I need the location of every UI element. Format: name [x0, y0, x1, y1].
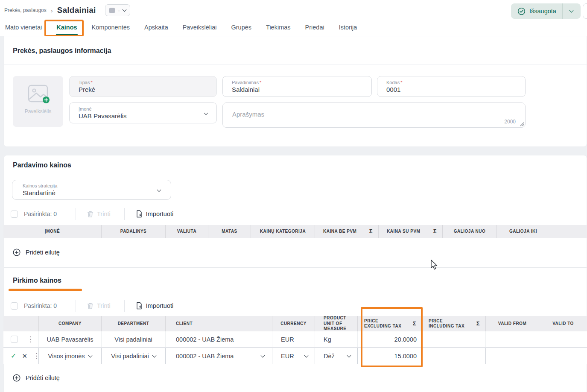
save-button[interactable]: Išsaugota	[511, 3, 581, 19]
col-client[interactable]: CLIENT	[165, 316, 272, 331]
sigma-icon[interactable]: Σ	[369, 228, 373, 235]
resize-handle-icon[interactable]	[520, 122, 524, 126]
tab-grupes[interactable]: Grupės	[231, 21, 253, 35]
purchase-add-row-label: Pridėti eilutę	[26, 374, 60, 381]
col-company[interactable]: COMPANY	[38, 316, 101, 331]
description-textarea[interactable]: Aprašymas 2000	[222, 102, 526, 128]
cell-unit[interactable]: Kg	[315, 331, 357, 347]
cell-valid-to[interactable]	[539, 331, 587, 347]
description-placeholder: Aprašymas	[232, 111, 264, 118]
image-icon	[26, 84, 50, 104]
chevron-down-icon	[347, 353, 351, 357]
import-button[interactable]: Importuoti	[136, 210, 173, 218]
col-department[interactable]: DEPARTMENT	[101, 316, 165, 331]
cell-client-value: 000002 - UAB Žiema	[176, 353, 234, 360]
import-file-icon	[136, 302, 142, 310]
confirm-icon[interactable]: ✓	[11, 352, 16, 360]
mouse-cursor	[430, 260, 440, 271]
selected-count-label: Pasirinkta: 0	[24, 302, 57, 309]
breadcrumb-parent-link[interactable]: Prekės, paslaugos	[4, 7, 47, 13]
col-price-including-tax[interactable]: PRICE INCLUDING TAX Σ	[422, 316, 485, 331]
type-field-label: Tipas	[79, 80, 90, 85]
chevron-down-icon	[88, 353, 93, 357]
col-product-unit[interactable]: PRODUCT UNIT OF MEASURE	[315, 316, 357, 331]
color-swatch-icon	[109, 8, 115, 13]
cell-department-select[interactable]: Visi padaliniai	[101, 348, 165, 364]
price-strategy-label: Kainos strategija	[23, 183, 161, 188]
col-imone[interactable]: ĮMONĖ	[3, 225, 101, 238]
table-row-editing: ✓ ✕ ⋮ Visos įmonės Visi padaliniai 00000…	[3, 348, 587, 364]
col-galioja-nuo[interactable]: GALIOJA NUO	[442, 225, 496, 238]
char-counter: 2000	[504, 119, 516, 125]
sales-add-row-button[interactable]: Pridėti eilutę	[13, 249, 60, 256]
col-select	[3, 316, 38, 331]
import-button-label: Importuoti	[146, 211, 173, 217]
tab-paveiksleliai[interactable]: Paveikslėliai	[182, 21, 218, 35]
image-placeholder-label: Paveikslėlis	[13, 108, 63, 114]
delete-button[interactable]: Trinti	[87, 211, 111, 218]
plus-circle-icon	[13, 249, 20, 256]
tab-apskaita[interactable]: Apskaita	[143, 21, 169, 35]
cell-department-value: Visi padaliniai	[111, 353, 149, 360]
cell-department[interactable]: Visi padaliniai	[101, 331, 165, 347]
delete-button[interactable]: Trinti	[87, 302, 111, 310]
col-galioja-iki[interactable]: GALIOJA IKI	[496, 225, 549, 238]
price-strategy-select[interactable]: Kainos strategija Standartinė	[12, 180, 171, 200]
cancel-icon[interactable]: ✕	[22, 352, 27, 360]
col-valiuta[interactable]: VALIUTA	[165, 225, 208, 238]
type-field-value: Prekė	[79, 86, 207, 93]
col-kaina-su-pvm[interactable]: KAINA SU PVM Σ	[378, 225, 442, 238]
row-menu-icon[interactable]: ⋮	[27, 336, 34, 343]
image-upload-placeholder[interactable]: Paveikslėlis	[13, 76, 63, 127]
cell-price-including-tax[interactable]	[422, 331, 485, 347]
variant-dropdown[interactable]: -	[105, 4, 130, 16]
clipped-edge-button[interactable]	[583, 3, 587, 19]
col-kainu-kategorija[interactable]: KAINŲ KATEGORIJA	[251, 225, 315, 238]
name-field[interactable]: Pavadinimas* Saldainiai	[222, 76, 372, 97]
tab-priedai[interactable]: Priedai	[304, 21, 325, 35]
cell-client-select[interactable]: 000002 - UAB Žiema	[165, 348, 272, 364]
sigma-icon[interactable]: Σ	[433, 228, 437, 235]
cell-unit-select[interactable]: Dėž	[315, 348, 357, 364]
product-info-divider	[4, 64, 587, 64]
company-select[interactable]: Įmonė UAB Pavasarėlis	[69, 102, 217, 123]
cell-company-select[interactable]: Visos įmonės	[38, 348, 101, 364]
cell-company[interactable]: UAB Pavasarėlis	[38, 331, 101, 347]
row-checkbox[interactable]	[11, 336, 18, 343]
cell-valid-from-input[interactable]	[485, 348, 539, 364]
cell-currency-select[interactable]: EUR	[272, 348, 315, 364]
col-currency[interactable]: CURRENCY	[272, 316, 315, 331]
tab-komponentes[interactable]: Komponentės	[91, 21, 131, 35]
cell-price-including-tax-input[interactable]	[422, 348, 485, 364]
cell-client[interactable]: 000002 - UAB Žiema	[165, 331, 272, 347]
cell-company-value: Visos įmonės	[48, 353, 85, 360]
import-button[interactable]: Importuoti	[136, 302, 173, 310]
chevron-down-icon	[569, 9, 574, 13]
sigma-icon[interactable]: Σ	[476, 320, 480, 327]
col-empty	[549, 225, 587, 238]
tab-mato-vienetai[interactable]: Mato vienetai	[4, 21, 43, 35]
cell-valid-to-input[interactable]	[539, 348, 587, 364]
check-circle-icon	[517, 7, 526, 15]
tab-tiekimas[interactable]: Tiekimas	[265, 21, 291, 35]
save-options-button[interactable]	[563, 10, 581, 12]
required-asterisk: *	[260, 80, 261, 85]
select-all-checkbox[interactable]	[11, 211, 18, 218]
col-kaina-be-pvm[interactable]: KAINA BE PVM Σ	[315, 225, 378, 238]
cell-valid-from[interactable]	[485, 331, 539, 347]
cell-currency[interactable]: EUR	[272, 331, 315, 347]
type-field: Tipas* Prekė	[69, 76, 217, 97]
name-field-label: Pavadinimas	[232, 80, 259, 85]
col-valid-from[interactable]: VALID FROM	[485, 316, 539, 331]
annotation-box-price-excluding-tax	[361, 307, 423, 367]
col-valid-to[interactable]: VALID TO	[539, 316, 587, 331]
select-all-checkbox[interactable]	[11, 302, 18, 310]
cell-unit-value: Dėž	[324, 353, 335, 360]
page: Prekės, paslaugos › Saldainiai - Išsaugo…	[0, 0, 587, 392]
col-matas[interactable]: MATAS	[208, 225, 251, 238]
purchase-add-row-button[interactable]: Pridėti eilutę	[13, 374, 60, 382]
code-field[interactable]: Kodas* 0001	[377, 76, 526, 97]
col-padalinys[interactable]: PADALINYS	[101, 225, 165, 238]
tab-istorija[interactable]: Istorija	[338, 21, 358, 35]
purchase-table-header: COMPANY DEPARTMENT CLIENT CURRENCY PRODU…	[3, 316, 587, 331]
